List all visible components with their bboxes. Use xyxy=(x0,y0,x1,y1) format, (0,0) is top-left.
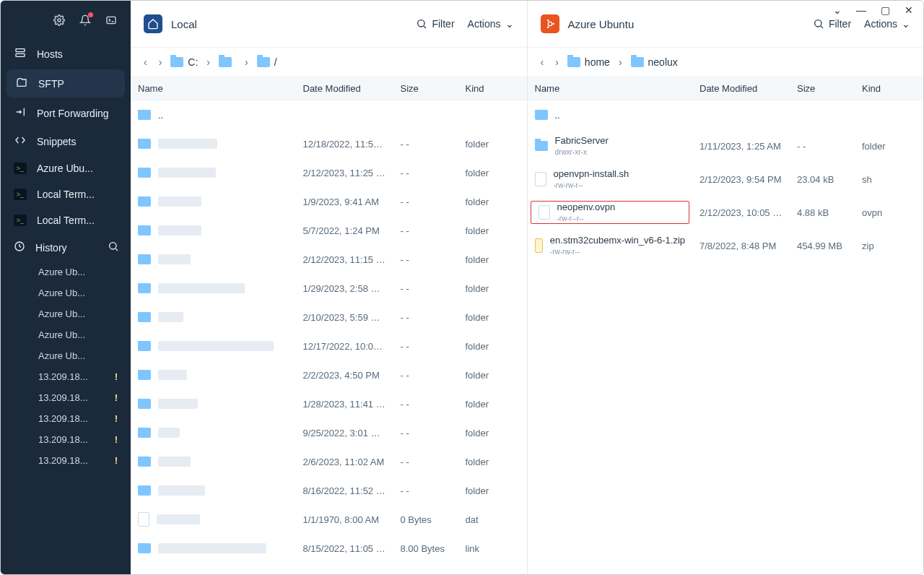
table-row[interactable]: 1/9/2023, 9:41 AM- -folder xyxy=(131,187,527,216)
chevron-down-icon[interactable]: ⌄ xyxy=(833,4,842,16)
sidebar-section-history[interactable]: History xyxy=(1,233,131,261)
nav-back-icon[interactable]: ‹ xyxy=(141,53,150,71)
history-item[interactable]: 13.209.18...! xyxy=(1,450,131,471)
sidebar-item-label: Port Forwarding xyxy=(37,108,109,119)
table-row[interactable]: neopenv.ovpn-rw-r--r--2/12/2023, 10:05 …… xyxy=(528,196,924,229)
sidebar-item-label: Azure Ubu... xyxy=(37,163,93,174)
table-row[interactable]: 2/10/2023, 5:59 …- -folder xyxy=(131,303,527,332)
redacted-name xyxy=(158,543,266,553)
history-item[interactable]: Azure Ub... xyxy=(1,345,131,366)
terminal-popup-icon[interactable] xyxy=(105,14,118,27)
table-row[interactable]: 8/15/2022, 11:05 …8.00 Byteslink xyxy=(131,534,527,563)
table-row[interactable]: 1/1/1970, 8:00 AM0 Bytesdat xyxy=(131,505,527,534)
folder-icon xyxy=(138,110,151,120)
panel-remote: Azure Ubuntu Filter Actions ⌄ ‹ › home›n… xyxy=(527,1,924,574)
history-item[interactable]: 13.209.18...! xyxy=(1,366,131,387)
table-row[interactable]: 12/18/2022, 11:53 …- -folder xyxy=(131,129,527,158)
col-size[interactable]: Size xyxy=(393,83,458,94)
terminal-icon: >_ xyxy=(14,163,27,174)
redacted-name xyxy=(158,341,274,351)
col-kind[interactable]: Kind xyxy=(855,83,923,94)
actions-button[interactable]: Actions ⌄ xyxy=(468,18,514,30)
table-row[interactable]: 2/2/2023, 4:50 PM- -folder xyxy=(131,360,527,389)
warning-icon: ! xyxy=(115,434,118,445)
table-row[interactable]: .. xyxy=(131,100,527,129)
table-row[interactable]: 12/17/2022, 10:02…- -folder xyxy=(131,332,527,360)
table-row[interactable]: 2/12/2023, 11:15 …- -folder xyxy=(131,245,527,274)
close-icon[interactable]: ✕ xyxy=(905,4,913,16)
breadcrumb-item[interactable]: C: xyxy=(170,56,198,68)
table-row[interactable]: 2/6/2023, 11:02 AM- -folder xyxy=(131,447,527,476)
history-item[interactable]: 13.209.18...! xyxy=(1,429,131,450)
table-row[interactable]: 2/12/2023, 11:25 …- -folder xyxy=(131,158,527,187)
sidebar-item-port-forwarding[interactable]: Port Forwarding xyxy=(1,99,131,127)
sidebar-item-sftp[interactable]: SFTP xyxy=(6,69,125,98)
table-row[interactable]: 1/28/2023, 11:41 …- -folder xyxy=(131,389,527,418)
file-name: openvpn-install.sh xyxy=(554,168,629,180)
sidebar-session[interactable]: >_Azure Ubu... xyxy=(1,155,131,181)
col-name[interactable]: Name xyxy=(131,83,296,94)
history-label: Azure Ub... xyxy=(38,288,85,298)
folder-icon xyxy=(138,139,151,149)
col-kind[interactable]: Kind xyxy=(458,83,527,94)
bell-icon[interactable] xyxy=(79,14,92,27)
history-item[interactable]: Azure Ub... xyxy=(1,282,131,303)
history-item[interactable]: Azure Ub... xyxy=(1,324,131,345)
breadcrumb-item[interactable]: / xyxy=(257,56,277,68)
col-size[interactable]: Size xyxy=(790,83,855,94)
actions-button[interactable]: Actions ⌄ xyxy=(864,18,910,30)
svg-point-11 xyxy=(815,20,821,27)
folder-icon xyxy=(138,225,151,235)
file-icon xyxy=(138,512,149,527)
nav-forward-icon[interactable]: › xyxy=(156,53,165,71)
breadcrumb-item[interactable] xyxy=(219,57,236,67)
history-item[interactable]: 13.209.18...! xyxy=(1,387,131,408)
col-date[interactable]: Date Modified xyxy=(296,83,393,94)
col-date[interactable]: Date Modified xyxy=(692,83,790,94)
table-row[interactable]: FabricServerdrwxr-xr-x1/11/2023, 1:25 AM… xyxy=(528,129,924,163)
table-row[interactable]: openvpn-install.sh-rw-rw-r--2/12/2023, 9… xyxy=(528,163,924,196)
svg-point-9 xyxy=(547,20,549,22)
gear-icon[interactable] xyxy=(53,14,66,27)
table-row[interactable]: .. xyxy=(528,100,924,129)
svg-point-10 xyxy=(547,26,549,28)
filter-button[interactable]: Filter xyxy=(416,18,454,30)
sidebar: HostsSFTPPort ForwardingSnippets >_Azure… xyxy=(1,1,131,574)
sidebar-item-label: Snippets xyxy=(37,136,76,147)
history-label: Azure Ub... xyxy=(38,329,85,340)
sidebar-item-hosts[interactable]: Hosts xyxy=(1,40,131,68)
history-item[interactable]: Azure Ub... xyxy=(1,303,131,324)
minimize-icon[interactable]: — xyxy=(856,4,866,16)
file-permissions: -rw-r--r-- xyxy=(557,215,616,223)
table-row[interactable]: 1/29/2023, 2:58 …- -folder xyxy=(131,274,527,303)
breadcrumb-item[interactable]: home xyxy=(567,56,610,68)
column-headers: Name Date Modified Size Kind xyxy=(528,77,924,100)
maximize-icon[interactable]: ▢ xyxy=(881,4,890,16)
sidebar-item-label: Hosts xyxy=(37,48,63,60)
history-label: Azure Ub... xyxy=(38,308,85,319)
sidebar-session[interactable]: >_Local Term... xyxy=(1,207,131,233)
filter-button[interactable]: Filter xyxy=(813,18,851,30)
search-icon[interactable] xyxy=(108,241,119,254)
sidebar-item-label: Local Term... xyxy=(37,215,95,226)
file-name: en.stm32cubemx-win_v6-6-1.zip xyxy=(550,235,685,246)
nav-forward-icon[interactable]: › xyxy=(552,53,562,71)
history-item[interactable]: 13.209.18...! xyxy=(1,408,131,429)
sidebar-item-snippets[interactable]: Snippets xyxy=(1,127,131,155)
svg-rect-3 xyxy=(16,53,25,56)
svg-point-8 xyxy=(552,23,554,25)
redacted-name xyxy=(158,457,191,467)
sidebar-session[interactable]: >_Local Term... xyxy=(1,181,131,207)
col-name[interactable]: Name xyxy=(528,83,693,94)
warning-icon: ! xyxy=(115,371,118,382)
folder-icon xyxy=(138,341,151,351)
table-row[interactable]: 8/16/2022, 11:52 …- -folder xyxy=(131,476,527,505)
table-row[interactable]: 9/25/2022, 3:01 …- -folder xyxy=(131,418,527,447)
table-row[interactable]: 5/7/2022, 1:24 PM- -folder xyxy=(131,216,527,245)
table-row[interactable]: en.stm32cubemx-win_v6-6-1.zip-rw-rw-r--7… xyxy=(528,229,924,262)
folder-icon xyxy=(138,196,151,207)
history-item[interactable]: Azure Ub... xyxy=(1,261,131,282)
file-permissions: drwxr-xr-x xyxy=(555,148,609,157)
nav-back-icon[interactable]: ‹ xyxy=(538,53,547,71)
breadcrumb-item[interactable]: neolux xyxy=(631,56,678,68)
